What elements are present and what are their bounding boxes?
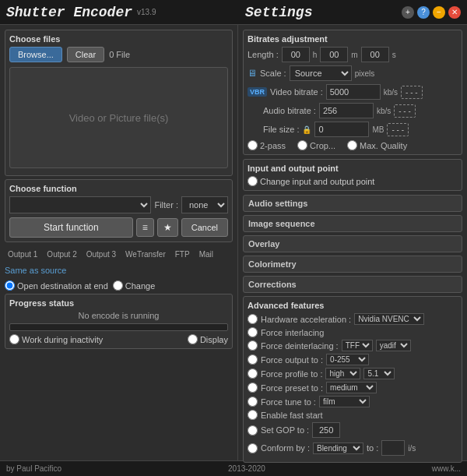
enable-fast-start-radio[interactable]: [248, 410, 258, 420]
max-quality-label[interactable]: Max. Quality: [347, 140, 407, 150]
audio-bitrate-label: Audio bitrate :: [263, 106, 316, 115]
io-row: Change input and output point: [248, 176, 458, 186]
advanced-section: Advanced features Hardware acceleration …: [243, 296, 462, 463]
tab-mail[interactable]: Mail: [196, 249, 216, 260]
clear-button[interactable]: Clear: [67, 47, 104, 62]
choose-function-title: Choose function: [9, 184, 228, 193]
minutes-input[interactable]: [320, 47, 348, 62]
video-bitrate-dashed: - - -: [401, 86, 423, 99]
force-profile-radio[interactable]: [248, 368, 258, 379]
choose-files-header: Browse... Clear 0 File: [9, 47, 228, 62]
browse-button[interactable]: Browse...: [9, 47, 62, 62]
output-range-select[interactable]: 0-255: [326, 354, 369, 365]
open-destination-label[interactable]: Open destination at end: [5, 280, 108, 291]
max-quality-radio[interactable]: [347, 140, 357, 150]
tab-wetransfer[interactable]: WeTransfer: [122, 249, 169, 260]
open-destination-radio[interactable]: [5, 280, 15, 291]
drop-zone[interactable]: Video or Picture file(s): [9, 67, 228, 168]
footer-website: www.k...: [432, 464, 461, 473]
file-size-row: File size : 🔒 MB - - -: [248, 122, 458, 137]
tab-ftp[interactable]: FTP: [172, 249, 193, 260]
star-icon-button[interactable]: ★: [157, 218, 178, 237]
force-preset-radio[interactable]: [248, 383, 258, 393]
work-inactivity-radio[interactable]: [9, 334, 19, 344]
audio-bitrate-input[interactable]: [319, 103, 374, 118]
file-count: 0 File: [109, 50, 130, 59]
change-label[interactable]: Change: [113, 280, 156, 291]
filter-select[interactable]: none: [181, 196, 228, 213]
scale-row: 🖥 Scale : Source pixels: [248, 65, 458, 81]
gop-input[interactable]: [312, 422, 340, 438]
video-bitrate-row: VBR Video bitrate : kb/s - - -: [248, 84, 458, 100]
crop-label[interactable]: Crop...: [297, 140, 335, 150]
tab-output2[interactable]: Output 2: [44, 249, 79, 260]
choose-function-section: Choose function Filter : none Start func…: [5, 179, 233, 242]
force-deinterlacing-radio[interactable]: [248, 340, 258, 351]
hw-accel-label: Hardware acceleration :: [261, 315, 351, 324]
force-profile-row: Force profile to : high 5.1: [248, 368, 458, 379]
conform-select[interactable]: Blending: [313, 443, 363, 454]
display-label[interactable]: Display: [188, 334, 228, 344]
display-radio[interactable]: [188, 334, 198, 344]
title-bar-controls: + ? − ✕: [402, 6, 461, 19]
scale-select[interactable]: Source: [290, 65, 352, 81]
deinterlace-select[interactable]: TFF: [342, 340, 373, 351]
seconds-input[interactable]: [361, 47, 389, 62]
list-icon-button[interactable]: ≡: [136, 218, 154, 237]
left-panel: Choose files Browse... Clear 0 File Vide…: [0, 25, 237, 460]
yadif-select[interactable]: yadif: [376, 340, 411, 351]
app-logo: Shutter Encoder: [6, 5, 132, 20]
function-select[interactable]: [9, 196, 151, 213]
two-pass-label[interactable]: 2-pass: [248, 140, 286, 150]
monitor-icon: 🖥: [248, 68, 257, 79]
force-preset-label: Force preset to :: [261, 383, 323, 393]
destination-row: Open destination at end Change: [5, 280, 233, 291]
profile-select[interactable]: high: [325, 368, 360, 379]
preset-select[interactable]: medium: [326, 382, 377, 393]
video-bitrate-input[interactable]: [326, 84, 381, 100]
tune-select[interactable]: film: [319, 396, 370, 407]
image-sequence-section[interactable]: Image sequence: [243, 215, 462, 232]
right-panel: Bitrates adjustment Length : h m s 🖥 Sca…: [237, 25, 467, 460]
plus-button[interactable]: +: [402, 6, 414, 19]
minimize-button[interactable]: −: [433, 6, 445, 19]
overlay-section[interactable]: Overlay: [243, 235, 462, 252]
two-pass-radio[interactable]: [248, 140, 258, 150]
change-radio[interactable]: [113, 280, 123, 291]
force-tune-radio[interactable]: [248, 397, 258, 407]
hw-accel-row: Hardware acceleration : Nvidia NVENC: [248, 313, 458, 325]
tab-output1[interactable]: Output 1: [5, 249, 40, 260]
video-bitrate-unit: kb/s: [384, 88, 398, 97]
close-button[interactable]: ✕: [448, 6, 461, 19]
force-output-radio[interactable]: [248, 354, 258, 365]
force-output-row: Force output to : 0-255: [248, 354, 458, 365]
fps-input[interactable]: [381, 440, 405, 456]
hours-input[interactable]: [282, 47, 310, 62]
cancel-button[interactable]: Cancel: [181, 218, 228, 237]
bitrates-section: Bitrates adjustment Length : h m s 🖥 Sca…: [243, 30, 462, 155]
corrections-section[interactable]: Corrections: [243, 276, 462, 293]
conform-radio[interactable]: [248, 443, 258, 453]
checkboxes-row: 2-pass Crop... Max. Quality: [248, 140, 458, 150]
set-gop-radio[interactable]: [248, 425, 258, 435]
force-profile-label: Force profile to :: [261, 369, 322, 379]
profile-level-select[interactable]: 5.1: [363, 368, 395, 379]
hw-accel-select[interactable]: Nvidia NVENC: [354, 313, 424, 325]
tab-output3[interactable]: Output 3: [83, 249, 119, 260]
lock-icon: 🔒: [302, 125, 311, 134]
colorimetry-section[interactable]: Colorimetry: [243, 256, 462, 273]
start-function-button[interactable]: Start function: [9, 217, 133, 238]
change-io-radio[interactable]: [248, 176, 258, 186]
audio-settings-section[interactable]: Audio settings: [243, 195, 462, 212]
help-button[interactable]: ?: [417, 6, 430, 19]
conform-label: Conform by :: [261, 443, 310, 453]
h-label: h: [313, 51, 318, 59]
hw-accel-radio[interactable]: [248, 314, 258, 324]
title-bar: Shutter Encoder v13.9 Settings + ? − ✕: [0, 0, 467, 25]
change-io-label[interactable]: Change input and output point: [248, 176, 374, 186]
work-inactivity-label[interactable]: Work during inactivity: [9, 334, 103, 344]
crop-radio[interactable]: [297, 140, 307, 150]
audio-bitrate-dashed: - - -: [394, 104, 416, 118]
file-size-input[interactable]: [314, 122, 369, 137]
force-interlacing-radio[interactable]: [248, 327, 258, 337]
